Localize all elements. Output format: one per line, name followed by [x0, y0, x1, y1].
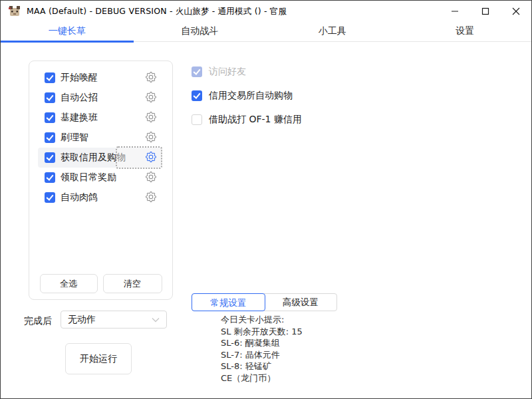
- window-controls: [440, 1, 531, 22]
- tip-line: SL-8: 轻锰矿: [221, 360, 303, 372]
- tab-settings[interactable]: 设置: [399, 22, 532, 41]
- checkbox-checked[interactable]: [45, 132, 55, 143]
- task-label: 自动肉鸽: [61, 192, 98, 203]
- tip-line: SL 剩余开放天数: 15: [221, 326, 303, 338]
- option-label: 借助战打 OF-1 赚信用: [209, 114, 302, 126]
- task-card: 开始唤醒 自动公招 基建换班 刷理智 获取信用及购物: [29, 61, 173, 300]
- app-window: MAA (Default) - DEBUG VERSION - 火山旅梦 - 通…: [0, 0, 532, 399]
- task-label: 基建换班: [61, 112, 98, 124]
- window-title: MAA (Default) - DEBUG VERSION - 火山旅梦 - 通…: [27, 6, 287, 17]
- tip-line: 今日关卡小提示:: [221, 314, 303, 326]
- maximize-button[interactable]: [470, 1, 501, 22]
- tab-advanced-settings[interactable]: 高级设置: [265, 294, 337, 311]
- main-tab-bar: 一键长草 自动战斗 小工具 设置: [1, 22, 531, 42]
- chevron-down-icon: [152, 317, 160, 323]
- minimize-icon: [451, 7, 459, 15]
- option-visit-friends: 访问好友: [192, 66, 246, 78]
- close-icon: [512, 7, 520, 15]
- option-label: 访问好友: [209, 66, 246, 78]
- option-label: 信用交易所自动购物: [209, 90, 293, 102]
- checkbox-checked[interactable]: [45, 192, 55, 203]
- checkbox-checked[interactable]: [45, 72, 55, 83]
- checkbox-checked[interactable]: [45, 172, 55, 183]
- checkbox-checked[interactable]: [45, 92, 55, 103]
- after-completion-label: 完成后: [24, 315, 52, 327]
- tab-general-settings[interactable]: 常规设置: [192, 293, 265, 311]
- task-settings-gear-icon[interactable]: [145, 132, 157, 144]
- tab-copilot[interactable]: 自动战斗: [134, 22, 267, 41]
- task-settings-gear-icon[interactable]: [145, 152, 157, 164]
- settings-tab-bar: 常规设置 高级设置: [192, 293, 337, 311]
- close-button[interactable]: [501, 1, 531, 22]
- checkbox-checked[interactable]: [45, 152, 55, 163]
- task-settings-gear-icon[interactable]: [145, 92, 157, 104]
- task-row-infrast[interactable]: 基建换班: [38, 108, 162, 128]
- tab-toolbox[interactable]: 小工具: [266, 22, 399, 41]
- task-row-wakeup[interactable]: 开始唤醒: [38, 68, 162, 88]
- task-settings-gear-icon[interactable]: [145, 192, 157, 203]
- task-label: 开始唤醒: [61, 72, 98, 84]
- task-row-credit-shopping[interactable]: 获取信用及购物: [38, 148, 162, 168]
- task-row-fight[interactable]: 刷理智: [38, 128, 162, 148]
- checkbox-checked-disabled: [192, 66, 202, 77]
- select-all-button[interactable]: 全选: [40, 274, 98, 293]
- task-label: 获取信用及购物: [61, 152, 126, 164]
- app-logo-icon: [8, 5, 21, 18]
- checkbox-unchecked[interactable]: [192, 114, 202, 125]
- task-settings-gear-icon[interactable]: [145, 172, 157, 184]
- checkbox-checked[interactable]: [192, 90, 202, 101]
- minimize-button[interactable]: [440, 1, 470, 22]
- task-label: 领取日常奖励: [61, 172, 116, 184]
- after-completion-dropdown[interactable]: 无动作: [61, 311, 167, 329]
- tip-line: SL-6: 酮凝集组: [221, 337, 303, 349]
- tab-farming[interactable]: 一键长草: [1, 22, 134, 41]
- option-credit-shop-auto-buy[interactable]: 信用交易所自动购物: [192, 90, 293, 102]
- task-row-roguelike[interactable]: 自动肉鸽: [38, 188, 162, 207]
- task-row-daily-rewards[interactable]: 领取日常奖励: [38, 168, 162, 188]
- task-label: 刷理智: [61, 132, 88, 144]
- checkbox-checked[interactable]: [45, 112, 55, 123]
- start-run-button[interactable]: 开始运行: [65, 343, 132, 374]
- stage-tips: 今日关卡小提示: SL 剩余开放天数: 15 SL-6: 酮凝集组 SL-7: …: [221, 314, 303, 384]
- tip-line: CE（龙门币）: [221, 372, 303, 384]
- task-list: 开始唤醒 自动公招 基建换班 刷理智 获取信用及购物: [29, 61, 172, 207]
- title-bar: MAA (Default) - DEBUG VERSION - 火山旅梦 - 通…: [1, 1, 531, 22]
- clear-button[interactable]: 清空: [103, 274, 162, 293]
- task-settings-gear-icon[interactable]: [145, 72, 157, 84]
- task-label: 自动公招: [61, 92, 98, 104]
- task-card-buttons: 全选 清空: [29, 274, 172, 293]
- tip-line: SL-7: 晶体元件: [221, 349, 303, 361]
- option-of1-credit-fight[interactable]: 借助战打 OF-1 赚信用: [192, 114, 302, 126]
- maximize-icon: [481, 7, 489, 15]
- task-row-recruit[interactable]: 自动公招: [38, 88, 162, 108]
- task-settings-gear-icon[interactable]: [145, 112, 157, 124]
- dropdown-value: 无动作: [68, 314, 152, 326]
